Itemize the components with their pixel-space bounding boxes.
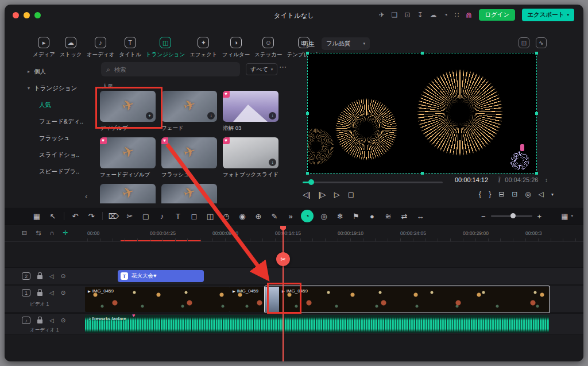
sidebar-item-flash[interactable]: フラッシュ bbox=[21, 130, 95, 147]
auto-ripple-icon[interactable]: ⇆ bbox=[36, 229, 41, 237]
mark-in-icon[interactable]: { bbox=[479, 190, 481, 198]
seek-knob[interactable] bbox=[308, 179, 314, 185]
notification-icon[interactable]: ◔ bbox=[443, 11, 447, 18]
sidebar-item-popular[interactable]: 人気 bbox=[21, 97, 95, 113]
favorite-marker-icon[interactable]: ♥ bbox=[132, 313, 135, 318]
filter-dropdown[interactable]: すべて ▾ bbox=[246, 63, 277, 75]
audio-clip[interactable]: ♪ fireworks fanfare ♥ bbox=[85, 315, 549, 333]
marker-icon[interactable]: ⚑ bbox=[348, 212, 364, 221]
video-clip-1[interactable]: ▶IMG_0459 bbox=[85, 287, 230, 312]
next-frame-icon[interactable]: |▷ bbox=[318, 190, 326, 199]
export-button[interactable]: エクスポート ▾ bbox=[522, 9, 574, 21]
auto-fit-icon[interactable]: ↔ bbox=[412, 212, 428, 221]
lock-icon[interactable] bbox=[37, 292, 42, 296]
zoom-slider[interactable] bbox=[491, 215, 532, 217]
scopes-icon[interactable]: ∿ bbox=[536, 37, 547, 48]
crop-icon[interactable]: ▢ bbox=[138, 212, 154, 221]
render-preview-icon[interactable]: ⊟ bbox=[498, 190, 504, 198]
undo-icon[interactable]: ↶ bbox=[67, 212, 83, 221]
speed-icon[interactable]: ◔ bbox=[301, 210, 314, 222]
snapshot-tool-icon[interactable]: ◎ bbox=[316, 212, 332, 221]
track-options[interactable]: ▦ ▾ bbox=[561, 212, 573, 221]
zoom-in-icon[interactable]: + bbox=[537, 212, 542, 221]
sidebar-item-fade-dissolve[interactable]: フェード&ディ.. bbox=[21, 113, 95, 130]
selection-handle[interactable] bbox=[306, 112, 309, 115]
stop-icon[interactable]: ◻ bbox=[348, 190, 354, 199]
mirror-display-icon[interactable]: ⊡ bbox=[512, 190, 517, 198]
preview-layout-icon[interactable]: ◫ bbox=[519, 37, 529, 48]
clip-handle[interactable] bbox=[520, 144, 524, 151]
motion-track-icon[interactable]: ⊕ bbox=[250, 212, 266, 221]
delete-icon[interactable]: ⌦ bbox=[106, 212, 122, 221]
resize-icon[interactable]: ↕ bbox=[545, 177, 548, 183]
snap-icon[interactable]: ∩ bbox=[49, 229, 54, 237]
speaker-icon[interactable]: ◁ bbox=[49, 318, 54, 323]
snapshot-icon[interactable]: ◎ bbox=[525, 190, 531, 198]
selection-handle[interactable] bbox=[535, 172, 538, 175]
selection-handle[interactable] bbox=[306, 172, 309, 175]
transition-thumbnail-partial[interactable] bbox=[161, 184, 217, 203]
apps-icon[interactable]: ∷ bbox=[455, 11, 459, 18]
video-clip-2[interactable]: ▶IMG_0459 bbox=[230, 287, 265, 312]
selection-handle[interactable] bbox=[421, 52, 424, 55]
more-options-icon[interactable]: ⋯ bbox=[279, 63, 287, 71]
transition-item-fade-dissolve[interactable]: ♥ フェードディゾルブ bbox=[100, 137, 156, 179]
search-bar[interactable]: ⌕ bbox=[101, 62, 240, 76]
sidebar-collapse-icon[interactable]: ‹ bbox=[85, 192, 87, 201]
split-icon[interactable]: ✂ bbox=[122, 212, 138, 221]
pip-icon[interactable]: ◫ bbox=[202, 212, 218, 221]
mask-icon[interactable]: ◻ bbox=[186, 212, 202, 221]
chroma-key-icon[interactable]: ◉ bbox=[234, 212, 250, 221]
select-icon[interactable]: ↖ bbox=[45, 212, 61, 221]
search-input[interactable] bbox=[114, 66, 212, 73]
chevron-down-icon[interactable]: ▾ bbox=[551, 192, 554, 197]
timeline-ruler[interactable]: ⊟ ⇆ ∩ ✛ 00:00 00:00:04:25 00:00:09:20 00… bbox=[5, 226, 583, 242]
transition-item-dissolve[interactable]: + ディゾルブ bbox=[100, 91, 156, 132]
sidebar-item-personal[interactable]: ▸ 個人 bbox=[21, 63, 95, 80]
mark-out-icon[interactable]: } bbox=[489, 190, 491, 198]
previous-frame-icon[interactable]: ◁| bbox=[303, 190, 310, 199]
selection-handle[interactable] bbox=[535, 112, 538, 115]
cart-icon[interactable]: ⋒ bbox=[466, 11, 472, 19]
speaker-icon[interactable]: ◁ bbox=[539, 190, 544, 198]
tab-titles[interactable]: T タイトル bbox=[117, 37, 143, 59]
speaker-icon[interactable]: ◁ bbox=[49, 273, 54, 279]
selection-handle[interactable] bbox=[306, 52, 309, 55]
cloud-icon[interactable]: ☁ bbox=[430, 11, 436, 18]
record-icon[interactable]: ● bbox=[364, 212, 380, 221]
sidebar-item-transition[interactable]: ▾ トランジション bbox=[21, 80, 95, 97]
add-icon[interactable]: + bbox=[146, 112, 153, 120]
transition-item-dissolve03[interactable]: ♥ ↓ 溶解 03 bbox=[223, 91, 278, 132]
login-button[interactable]: ログイン bbox=[479, 9, 515, 21]
freeze-frame-icon[interactable]: ❄ bbox=[332, 212, 348, 221]
transition-thumbnail-partial[interactable] bbox=[100, 184, 156, 203]
speaker-icon[interactable]: ◁ bbox=[49, 290, 54, 296]
sidebar-item-slideshow[interactable]: スライドショ.. bbox=[21, 147, 95, 163]
duration-icon[interactable]: ◷ bbox=[218, 212, 234, 221]
split-scissors-button[interactable]: ✂ bbox=[276, 252, 290, 266]
download-icon[interactable]: ↓ bbox=[207, 112, 215, 120]
selection-handle[interactable] bbox=[421, 172, 424, 175]
playhead[interactable]: ✂ bbox=[283, 226, 284, 361]
play-icon[interactable]: ▷ bbox=[334, 190, 340, 199]
zoom-knob[interactable] bbox=[510, 213, 516, 218]
transition-item-fade[interactable]: ↓ フェード bbox=[161, 91, 217, 132]
beat-detect-icon[interactable]: ♪ bbox=[154, 212, 170, 221]
display-icon[interactable]: ⊡ bbox=[404, 11, 410, 18]
redo-icon[interactable]: ↷ bbox=[83, 212, 99, 221]
audio-sync-icon[interactable]: ⇄ bbox=[396, 212, 412, 221]
screen-record-icon[interactable]: ❏ bbox=[392, 11, 398, 18]
quality-dropdown[interactable]: フル品質 ▾ bbox=[322, 37, 370, 50]
keyframe-icon[interactable]: ✛ bbox=[63, 229, 68, 237]
audio-mixer-icon[interactable]: ≋ bbox=[380, 212, 396, 221]
share-icon[interactable]: ✈ bbox=[379, 11, 385, 18]
tab-filters[interactable]: ◑ フィルター bbox=[220, 37, 252, 59]
tab-stock[interactable]: ☁ ストック bbox=[58, 37, 84, 59]
zoom-out-icon[interactable]: − bbox=[481, 212, 486, 221]
tab-transitions[interactable]: ◫ トランジション bbox=[144, 37, 187, 59]
more-tools-icon[interactable]: » bbox=[283, 212, 299, 221]
title-clip[interactable]: T 花火大会♥ bbox=[118, 270, 204, 282]
seek-slider[interactable] bbox=[303, 179, 443, 185]
tab-media[interactable]: ▸ メディア bbox=[31, 37, 57, 59]
lock-icon[interactable] bbox=[37, 319, 42, 323]
